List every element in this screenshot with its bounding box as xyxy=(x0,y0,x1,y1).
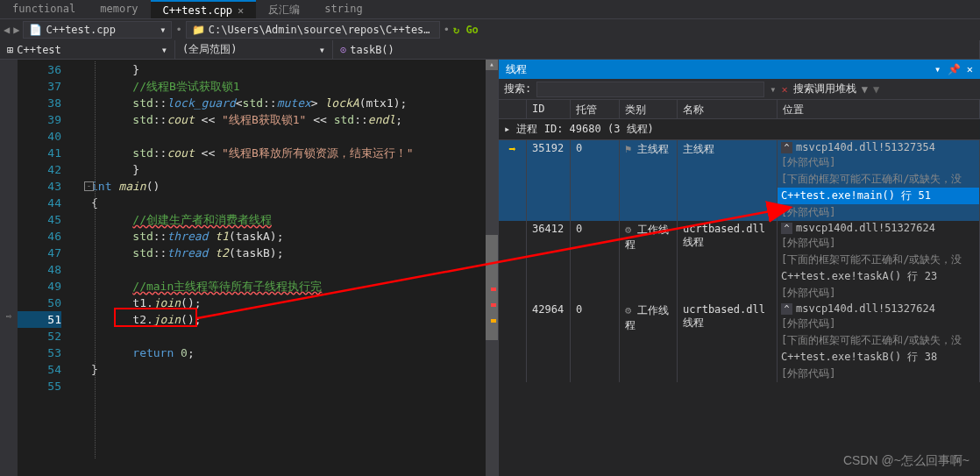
scope-bar: ⊞ C++test ▾ (全局范围) ▾ ⊙ taskB() xyxy=(0,40,980,60)
search-input[interactable] xyxy=(536,82,764,97)
stack-frame[interactable]: ^msvcp140d.dll!51327354 xyxy=(778,140,979,154)
code-line[interactable]: } xyxy=(70,361,498,378)
vertical-scrollbar[interactable]: ▴ xyxy=(486,60,498,476)
stack-search-label: 搜索调用堆栈 xyxy=(793,82,856,96)
file-dropdown[interactable]: 📄 C++test.cpp ▾ xyxy=(23,21,172,39)
close-icon[interactable]: ✕ xyxy=(967,63,973,75)
folder-icon: 📁 xyxy=(192,24,205,36)
project-scope[interactable]: ⊞ C++test ▾ xyxy=(0,40,175,59)
stack-frame[interactable]: ^msvcp140d.dll!51327624 xyxy=(778,302,979,316)
stack-frame[interactable]: [下面的框架可能不正确和/或缺失，没 xyxy=(778,171,979,188)
code-line[interactable]: //创建生产者和消费者线程 xyxy=(70,211,498,228)
filter-icon[interactable]: ▼ xyxy=(862,83,868,96)
stack-frame[interactable]: [外部代码] xyxy=(778,204,979,221)
scope-dropdown[interactable]: (全局范围) ▾ xyxy=(175,40,333,59)
forward-icon[interactable]: ▶ xyxy=(13,24,19,36)
scroll-up-icon[interactable]: ▴ xyxy=(486,60,498,70)
col-flag[interactable] xyxy=(499,100,527,118)
editor-tabs: functional memory C++test.cpp✕ 反汇编 strin… xyxy=(0,0,980,19)
function-scope[interactable]: ⊙ taskB() xyxy=(333,40,980,59)
threads-panel-header[interactable]: 线程 ▾ 📌 ✕ xyxy=(499,60,980,79)
code-line[interactable]: std::lock_guard<std::mutex> lockA(mtx1); xyxy=(70,95,498,111)
stack-frame[interactable]: [下面的框架可能不正确和/或缺失，没 xyxy=(778,252,979,268)
stack-frame[interactable]: [外部代码] xyxy=(778,316,979,332)
stack-frame[interactable]: C++test.exe!main() 行 51 xyxy=(778,188,979,204)
code-line[interactable]: //线程B尝试获取锁1 xyxy=(70,78,498,95)
stack-frame[interactable]: ^msvcp140d.dll!51327624 xyxy=(778,221,979,235)
flag-icon: ⚑ xyxy=(625,143,631,155)
thread-row[interactable]: 36412 0 ⚙ 工作线程 ucrtbased.dll 线程 ^msvcp14… xyxy=(499,221,980,302)
back-icon[interactable]: ◀ xyxy=(4,24,10,36)
tab-memory[interactable]: memory xyxy=(88,0,150,18)
thread-row[interactable]: ➡ 35192 0 ⚑ 主线程 主线程 ^msvcp140d.dll!51327… xyxy=(499,140,980,221)
stack-frame[interactable]: [下面的框架可能不正确和/或缺失，没 xyxy=(778,332,979,349)
code-line[interactable]: std::cout << "线程B获取锁1" << std::endl; xyxy=(70,111,498,128)
code-line[interactable]: { xyxy=(70,195,498,211)
stack-frame[interactable]: [外部代码] xyxy=(778,154,979,171)
nav-bar: ◀ ▶ 📄 C++test.cpp ▾ • 📁 C:\Users\Admin\s… xyxy=(0,19,980,40)
stack-frame[interactable]: [外部代码] xyxy=(778,366,979,382)
file-icon: 📄 xyxy=(29,24,42,36)
code-editor[interactable]: ⇨ 36373839404142434445464748495051525354… xyxy=(0,60,498,476)
col-name[interactable]: 名称 xyxy=(678,100,778,118)
current-line-arrow-icon: ⇨ xyxy=(0,310,18,322)
code-line[interactable]: std::thread t1(taskA); xyxy=(70,228,498,245)
tab-string[interactable]: string xyxy=(312,0,374,18)
gear-icon: ⚙ xyxy=(625,304,631,316)
code-line[interactable]: //main主线程等待所有子线程执行完 xyxy=(70,278,498,295)
clear-icon[interactable]: ✕ xyxy=(781,83,787,96)
chevron-down-icon: ▾ xyxy=(161,44,167,56)
current-thread-arrow-icon: ➡ xyxy=(508,142,515,156)
threads-panel: 线程 ▾ 📌 ✕ 搜索: ▾ ✕ 搜索调用堆栈 ▼ ▼ ID 托管 ID 类别 … xyxy=(498,60,980,476)
breakpoint-margin[interactable]: ⇨ xyxy=(0,60,18,476)
project-icon: ⊞ xyxy=(7,44,13,56)
pin-icon[interactable]: ▾ 📌 xyxy=(934,63,960,75)
threads-columns: ID 托管 ID 类别 名称 位置 xyxy=(499,100,980,119)
close-icon[interactable]: ✕ xyxy=(238,4,244,17)
method-icon: ⊙ xyxy=(340,44,346,56)
code-line[interactable]: int main() xyxy=(70,178,498,195)
process-group[interactable]: ▸ 进程 ID: 49680 (3 线程) xyxy=(499,119,980,140)
filter2-icon[interactable]: ▼ xyxy=(873,83,879,96)
threads-toolbar: 搜索: ▾ ✕ 搜索调用堆栈 ▼ ▼ xyxy=(499,79,980,100)
col-location[interactable]: 位置 xyxy=(778,100,980,118)
path-dropdown[interactable]: 📁 C:\Users\Admin\source\repos\C++test\C+ xyxy=(186,21,440,39)
collapse-toggle[interactable]: - xyxy=(84,181,94,191)
code-line[interactable]: return 0; xyxy=(70,345,498,361)
stack-frame[interactable]: C++test.exe!taskB() 行 38 xyxy=(778,349,979,366)
col-category[interactable]: 类别 xyxy=(620,100,678,118)
code-line[interactable] xyxy=(70,328,498,345)
tab-disassembly[interactable]: 反汇编 xyxy=(256,0,312,18)
search-label: 搜索: xyxy=(504,82,531,96)
stack-frame[interactable]: [外部代码] xyxy=(778,235,979,252)
line-numbers: 3637383940414243444546474849505152535455 xyxy=(18,60,70,476)
col-managed[interactable]: 托管 ID xyxy=(571,100,620,118)
code-line[interactable] xyxy=(70,378,498,394)
expand-icon[interactable]: ^ xyxy=(781,223,792,234)
chevron-down-icon: ▾ xyxy=(319,44,325,56)
gear-icon: ⚙ xyxy=(625,224,631,236)
stack-frame[interactable]: [外部代码] xyxy=(778,285,979,302)
go-button[interactable]: ↻ Go xyxy=(453,24,479,36)
chevron-down-icon: ▾ xyxy=(160,24,166,36)
tab-cpptest[interactable]: C++test.cpp✕ xyxy=(151,0,257,18)
code-line[interactable] xyxy=(70,128,498,145)
code-line[interactable]: std::thread t2(taskB); xyxy=(70,245,498,261)
expand-icon[interactable]: ^ xyxy=(781,303,792,315)
dropdown-icon[interactable]: ▾ xyxy=(770,83,776,96)
code-line[interactable]: } xyxy=(70,61,498,78)
expand-icon[interactable]: ^ xyxy=(781,142,792,153)
annotation-highlight xyxy=(114,308,197,327)
code-line[interactable] xyxy=(70,261,498,278)
code-line[interactable]: } xyxy=(70,161,498,178)
code-line[interactable]: std::cout << "线程B释放所有锁资源，结束运行！" xyxy=(70,145,498,161)
stack-frame[interactable]: C++test.exe!taskA() 行 23 xyxy=(778,268,979,285)
col-id[interactable]: ID xyxy=(527,100,571,118)
thread-row[interactable]: 42964 0 ⚙ 工作线程 ucrtbased.dll 线程 ^msvcp14… xyxy=(499,302,980,382)
watermark: CSDN @~怎么回事啊~ xyxy=(843,453,969,469)
tab-functional[interactable]: functional xyxy=(0,0,88,18)
